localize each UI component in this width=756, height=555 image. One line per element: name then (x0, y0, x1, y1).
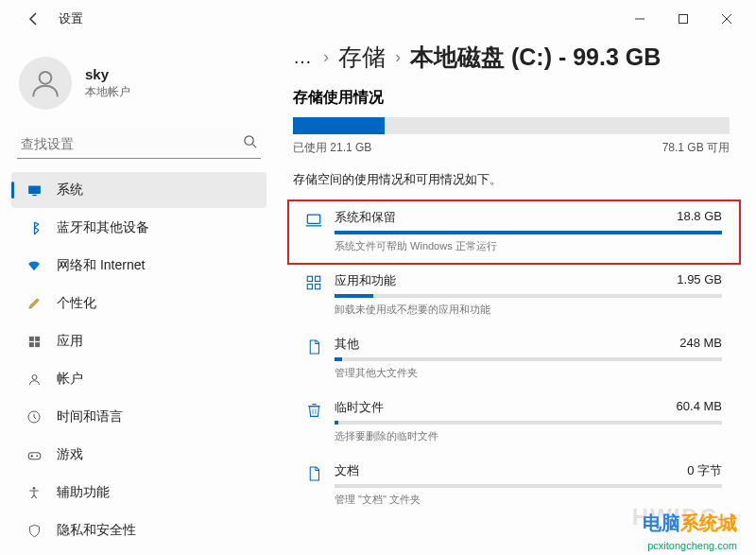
person-icon (29, 67, 61, 99)
category-item[interactable]: 系统和保留 18.8 GB 系统文件可帮助 Windows 正常运行 (293, 201, 730, 265)
grid-icon (301, 272, 327, 317)
nav-item-accessibility[interactable]: 辅助功能 (11, 475, 266, 511)
category-size: 18.8 GB (677, 209, 722, 226)
nav-item-clock[interactable]: 时间和语言 (11, 399, 266, 435)
breadcrumb-current: 本地磁盘 (C:) - 99.3 GB (410, 42, 661, 73)
arrow-left-icon (26, 11, 42, 26)
doc-icon (301, 336, 327, 380)
svg-rect-20 (307, 276, 312, 281)
nav-item-label: 个性化 (57, 295, 96, 312)
nav-item-label: 蓝牙和其他设备 (57, 219, 149, 236)
accessibility-icon (25, 485, 43, 500)
minimize-button[interactable] (618, 4, 662, 34)
nav-list: 系统蓝牙和其他设备网络和 Internet个性化应用帐户时间和语言游戏辅助功能隐… (11, 172, 266, 550)
trash-icon (301, 399, 327, 443)
category-sub: 卸载未使用或不想要的应用和功能 (335, 303, 722, 317)
category-sub: 系统文件可帮助 Windows 正常运行 (335, 239, 722, 253)
wifi-icon (25, 258, 43, 273)
category-name: 文档 (335, 462, 359, 479)
usage-bar (293, 117, 730, 134)
svg-line-6 (252, 144, 256, 147)
search-box[interactable] (17, 129, 261, 159)
category-item[interactable]: 应用和功能 1.95 GB 卸载未使用或不想要的应用和功能 (293, 265, 730, 328)
game-icon (25, 447, 43, 463)
chevron-right-icon: › (323, 47, 329, 67)
laptop-icon (301, 209, 327, 253)
sidebar: sky 本地帐户 系统蓝牙和其他设备网络和 Internet个性化应用帐户时间和… (0, 38, 274, 555)
profile-block[interactable]: sky 本地帐户 (11, 45, 266, 129)
breadcrumb: … › 存储 › 本地磁盘 (C:) - 99.3 GB (293, 42, 730, 73)
category-list: 系统和保留 18.8 GB 系统文件可帮助 Windows 正常运行 应用和功能… (293, 201, 730, 518)
breadcrumb-storage[interactable]: 存储 (338, 42, 386, 73)
category-size: 0 字节 (687, 462, 722, 479)
close-button[interactable] (705, 4, 748, 34)
category-name: 其他 (335, 336, 359, 353)
nav-item-label: 隐私和安全性 (57, 522, 136, 539)
nav-item-shield[interactable]: 隐私和安全性 (11, 512, 266, 548)
nav-item-brush[interactable]: 个性化 (11, 286, 266, 321)
nav-item-label: 帐户 (57, 371, 83, 388)
category-item[interactable]: 临时文件 60.4 MB 选择要删除的临时文件 (293, 391, 730, 455)
nav-item-label: 时间和语言 (57, 408, 123, 425)
maximize-button[interactable] (662, 4, 705, 34)
nav-item-wifi[interactable]: 网络和 Internet (11, 248, 266, 284)
avatar (19, 57, 72, 110)
nav-item-display[interactable]: 系统 (11, 172, 266, 208)
svg-rect-1 (679, 15, 688, 24)
watermark-brand: 电脑系统城 (643, 511, 737, 536)
nav-item-label: 应用 (57, 333, 83, 350)
category-name: 应用和功能 (335, 272, 396, 289)
back-button[interactable] (19, 4, 49, 34)
category-size: 1.95 GB (677, 272, 722, 289)
svg-rect-22 (307, 285, 312, 289)
category-bar (335, 357, 722, 361)
nav-item-person[interactable]: 帐户 (11, 361, 266, 397)
category-size: 60.4 MB (677, 399, 722, 416)
nav-item-label: 系统 (57, 182, 83, 199)
nav-item-label: 网络和 Internet (57, 257, 145, 274)
free-label: 78.1 GB 可用 (662, 140, 730, 156)
search-input[interactable] (21, 136, 243, 151)
shield-icon (25, 524, 43, 538)
svg-rect-11 (28, 342, 33, 347)
nav-item-label: 辅助功能 (57, 484, 110, 501)
nav-item-bluetooth[interactable]: 蓝牙和其他设备 (11, 210, 266, 246)
chevron-right-icon: › (395, 47, 401, 67)
watermark-url: pcxitongcheng.com (647, 540, 737, 551)
doc-icon (301, 462, 327, 507)
usage-bar-fill (293, 117, 385, 134)
category-bar (335, 421, 722, 425)
window-title: 设置 (59, 10, 83, 27)
svg-rect-8 (32, 194, 36, 195)
nav-item-apps[interactable]: 应用 (11, 323, 266, 359)
storage-desc: 存储空间的使用情况和可用情况如下。 (293, 171, 730, 188)
nav-item-game[interactable]: 游戏 (11, 437, 266, 473)
category-size: 248 MB (679, 336, 722, 353)
titlebar: 设置 (0, 0, 756, 38)
category-sub: 管理其他大文件夹 (335, 366, 722, 380)
svg-point-17 (33, 487, 36, 490)
breadcrumb-ellipsis[interactable]: … (293, 46, 314, 68)
svg-point-5 (245, 136, 253, 145)
svg-point-4 (40, 72, 52, 84)
svg-point-16 (36, 455, 38, 457)
svg-rect-15 (28, 452, 41, 459)
svg-point-13 (32, 374, 37, 379)
svg-rect-23 (316, 285, 320, 289)
bluetooth-icon (25, 221, 43, 235)
svg-rect-18 (307, 215, 319, 223)
category-sub: 选择要删除的临时文件 (335, 429, 722, 443)
clock-icon (25, 409, 43, 425)
svg-rect-21 (316, 276, 320, 281)
svg-rect-9 (28, 336, 33, 340)
used-label: 已使用 21.1 GB (293, 140, 371, 156)
category-item[interactable]: 其他 248 MB 管理其他大文件夹 (293, 328, 730, 391)
main-content: … › 存储 › 本地磁盘 (C:) - 99.3 GB 存储使用情况 已使用 … (274, 38, 756, 555)
category-bar (335, 231, 722, 234)
category-name: 临时文件 (335, 399, 384, 416)
section-title: 存储使用情况 (293, 88, 730, 108)
display-icon (25, 182, 43, 199)
apps-icon (25, 335, 43, 349)
category-name: 系统和保留 (335, 209, 396, 226)
svg-rect-10 (35, 336, 40, 340)
